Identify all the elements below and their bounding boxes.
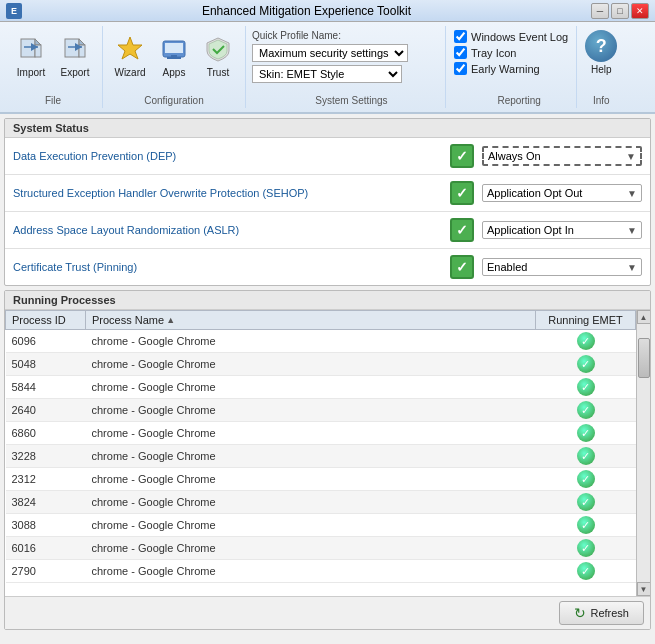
sehop-dropdown-value: Application Opt Out: [487, 187, 582, 199]
refresh-bar: ↻ Refresh: [5, 596, 650, 629]
title-controls: ─ □ ✕: [591, 3, 649, 19]
svg-rect-14: [167, 57, 181, 59]
aslr-dropdown-value: Application Opt In: [487, 224, 574, 236]
title-bar-center: Enhanced Mitigation Experience Toolkit: [22, 4, 591, 18]
process-row-10: 2790 chrome - Google Chrome ✓: [6, 560, 636, 583]
wizard-button[interactable]: Wizard: [109, 30, 151, 81]
system-status-rows: Data Execution Prevention (DEP) ✓ Always…: [5, 138, 650, 285]
emet-check-icon: ✓: [577, 447, 595, 465]
refresh-icon: ↻: [574, 605, 586, 621]
th-running-emet: Running EMET: [536, 311, 636, 330]
system-status-section: System Status Data Execution Prevention …: [4, 118, 651, 286]
import-button[interactable]: Import: [10, 30, 52, 81]
reporting-group: Windows Event Log Tray Icon Early Warnin…: [446, 26, 577, 108]
quick-profile-row: Maximum security settings: [252, 44, 408, 62]
process-row-4: 6860 chrome - Google Chrome ✓: [6, 422, 636, 445]
trust-button[interactable]: Trust: [197, 30, 239, 81]
info-group-label: Info: [577, 95, 625, 106]
emet-check-icon: ✓: [577, 424, 595, 442]
main-area: System Status Data Execution Prevention …: [0, 114, 655, 634]
export-label: Export: [61, 67, 90, 78]
emet-check-icon: ✓: [577, 470, 595, 488]
pid-cell: 6860: [6, 422, 86, 445]
help-label: Help: [591, 64, 612, 75]
aslr-dropdown-arrow: ▼: [627, 225, 637, 236]
emet-cell: ✓: [536, 445, 636, 468]
svg-marker-10: [118, 37, 142, 59]
emet-check-icon: ✓: [577, 332, 595, 350]
export-icon: [59, 33, 91, 65]
early-warning-checkbox[interactable]: [454, 62, 467, 75]
scrollbar[interactable]: ▲ ▼: [636, 310, 650, 596]
pid-cell: 2640: [6, 399, 86, 422]
emet-cell: ✓: [536, 376, 636, 399]
running-processes-section: Running Processes Process ID: [4, 290, 651, 630]
apps-button[interactable]: Apps: [153, 30, 195, 81]
export-button[interactable]: Export: [54, 30, 96, 81]
emet-cell: ✓: [536, 537, 636, 560]
process-row-2: 5844 chrome - Google Chrome ✓: [6, 376, 636, 399]
windows-event-log-row: Windows Event Log: [454, 30, 568, 43]
quick-profile-label: Quick Profile Name:: [252, 30, 408, 41]
svg-rect-12: [165, 43, 183, 53]
emet-check-icon: ✓: [577, 539, 595, 557]
sehop-name: Structured Exception Handler Overwrite P…: [13, 187, 442, 199]
file-group-label: File: [4, 95, 102, 106]
scroll-up-button[interactable]: ▲: [637, 310, 651, 324]
process-row-5: 3228 chrome - Google Chrome ✓: [6, 445, 636, 468]
scroll-down-button[interactable]: ▼: [637, 582, 651, 596]
process-row-7: 3824 chrome - Google Chrome ✓: [6, 491, 636, 514]
aslr-dropdown[interactable]: Application Opt In ▼: [482, 221, 642, 239]
sehop-dropdown[interactable]: Application Opt Out ▼: [482, 184, 642, 202]
system-settings-col: Quick Profile Name: Maximum security set…: [252, 30, 408, 83]
cert-dropdown-arrow: ▼: [627, 262, 637, 273]
apps-label: Apps: [163, 67, 186, 78]
cert-check: ✓: [450, 255, 474, 279]
tray-icon-checkbox[interactable]: [454, 46, 467, 59]
early-warning-row: Early Warning: [454, 62, 568, 75]
dep-name: Data Execution Prevention (DEP): [13, 150, 442, 162]
file-group: Import Export File: [4, 26, 103, 108]
cert-dropdown-value: Enabled: [487, 261, 527, 273]
pid-cell: 3824: [6, 491, 86, 514]
maximize-button[interactable]: □: [611, 3, 629, 19]
early-warning-label: Early Warning: [471, 63, 540, 75]
svg-marker-1: [35, 39, 41, 45]
minimize-button[interactable]: ─: [591, 3, 609, 19]
aslr-name: Address Space Layout Randomization (ASLR…: [13, 224, 442, 236]
status-row-dep: Data Execution Prevention (DEP) ✓ Always…: [5, 138, 650, 175]
title-bar: E Enhanced Mitigation Experience Toolkit…: [0, 0, 655, 22]
wizard-label: Wizard: [114, 67, 145, 78]
sehop-dropdown-arrow: ▼: [627, 188, 637, 199]
app-icon: E: [6, 3, 22, 19]
quick-profile-select[interactable]: Maximum security settings: [252, 44, 408, 62]
windows-event-log-checkbox[interactable]: [454, 30, 467, 43]
pid-cell: 6016: [6, 537, 86, 560]
dep-dropdown-arrow: ▼: [626, 151, 636, 162]
reporting-group-label: Reporting: [454, 95, 584, 106]
scroll-thumb[interactable]: [638, 338, 650, 378]
skin-select[interactable]: Skin: EMET Style: [252, 65, 402, 83]
refresh-button[interactable]: ↻ Refresh: [559, 601, 644, 625]
pid-cell: 6096: [6, 330, 86, 353]
dep-dropdown[interactable]: Always On ▼: [482, 146, 642, 166]
emet-check-icon: ✓: [577, 378, 595, 396]
cert-dropdown[interactable]: Enabled ▼: [482, 258, 642, 276]
apps-icon: [158, 33, 190, 65]
import-label: Import: [17, 67, 45, 78]
config-buttons: Wizard Apps: [109, 30, 239, 95]
status-row-sehop: Structured Exception Handler Overwrite P…: [5, 175, 650, 212]
refresh-label: Refresh: [590, 607, 629, 619]
title-bar-left: E: [6, 3, 22, 19]
process-row-6: 2312 chrome - Google Chrome ✓: [6, 468, 636, 491]
sehop-check: ✓: [450, 181, 474, 205]
ribbon: Import Export File: [0, 22, 655, 114]
dep-dropdown-value: Always On: [488, 150, 541, 162]
trust-icon: [202, 33, 234, 65]
close-button[interactable]: ✕: [631, 3, 649, 19]
name-cell: chrome - Google Chrome: [86, 399, 536, 422]
cert-name: Certificate Trust (Pinning): [13, 261, 442, 273]
help-button[interactable]: ? Help: [585, 30, 617, 75]
emet-check-icon: ✓: [577, 493, 595, 511]
name-cell: chrome - Google Chrome: [86, 514, 536, 537]
